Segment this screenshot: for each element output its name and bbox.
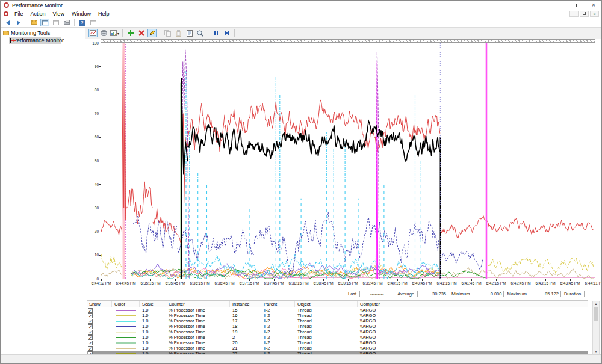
highlight-icon[interactable] — [147, 29, 157, 37]
legend-cell: 15 — [230, 307, 261, 313]
show-checkbox[interactable]: ✓ — [88, 330, 93, 335]
y-tick-label: 60 — [87, 135, 99, 139]
legend-cell: Il-2 — [261, 340, 295, 345]
new-window-icon[interactable] — [51, 19, 60, 26]
x-tick-label: 6:39:15 PM — [338, 281, 358, 285]
change-graph-type-icon[interactable]: ▾ — [110, 29, 119, 37]
legend-cell: % Processor Time — [166, 313, 230, 318]
tree-item-monitoring-tools[interactable]: Monitoring Tools — [1, 29, 85, 37]
legend-row[interactable]: ✓1.0% Processor Time16Il-2Thread\\ARGO — [87, 313, 588, 318]
folder-icon — [3, 31, 9, 35]
x-tick-label: 6:41:15 PM — [436, 281, 456, 285]
x-tick-label: 6:44:45 PM — [116, 281, 135, 285]
menu-file[interactable]: File — [11, 11, 27, 17]
legend-column-object[interactable]: Object — [295, 301, 358, 307]
legend-row[interactable]: ✓1.0% Processor Time18Il-2Thread\\ARGO — [87, 324, 588, 329]
legend-column-color[interactable]: Color — [112, 301, 140, 307]
legend-row[interactable]: ✓1.0% Processor Time22Il-2Thread\\ARGO — [87, 351, 588, 354]
legend-column-parent[interactable]: Parent — [261, 301, 295, 307]
show-checkbox[interactable]: ✓ — [88, 335, 93, 340]
view-log-data-icon[interactable] — [99, 29, 108, 37]
legend-column-instance[interactable]: Instance — [230, 301, 261, 307]
legend-cell: 1.0 — [140, 340, 166, 345]
menu-window[interactable]: Window — [68, 11, 95, 17]
maximum-value: 85.122 — [530, 291, 561, 297]
legend-cell: Thread — [295, 307, 358, 313]
back-icon[interactable] — [3, 19, 12, 26]
properties-icon[interactable] — [185, 29, 194, 37]
x-tick-label: 6:40:45 PM — [412, 281, 432, 285]
legend-row[interactable]: ✓1.0% Processor Time2Il-2Thread\\ARGO — [87, 335, 588, 340]
legend-scrollbar[interactable]: ▲ ▼ — [592, 301, 600, 354]
legend-cell: 1.0 — [140, 351, 166, 354]
scroll-thumb[interactable] — [594, 307, 598, 321]
legend-cell: 1.0 — [140, 307, 166, 313]
forward-icon[interactable] — [14, 19, 23, 26]
legend-cell: 19 — [230, 329, 261, 335]
series-blue-instance-18 — [440, 251, 483, 269]
minimum-label: Minimum — [452, 291, 470, 297]
scroll-up-icon[interactable]: ▲ — [593, 301, 599, 307]
show-checkbox[interactable]: ✓ — [88, 324, 93, 329]
legend-cell: % Processor Time — [166, 335, 230, 340]
y-tick-mark — [99, 184, 101, 185]
child-restore-button[interactable] — [580, 11, 589, 17]
performance-graph — [101, 43, 595, 279]
up-folder-icon[interactable] — [29, 19, 39, 26]
freeze-display-icon[interactable] — [211, 29, 220, 37]
x-tick-label: 6:36:15 PM — [190, 281, 209, 285]
show-checkbox[interactable]: ✓ — [88, 351, 93, 355]
menu-action[interactable]: Action — [27, 11, 49, 17]
console-toolbar: ? — [1, 18, 601, 28]
minimize-button[interactable] — [554, 1, 570, 10]
legend-row[interactable]: ✓1.0% Processor Time17Il-2Thread\\ARGO — [87, 318, 588, 324]
legend-cell: Thread — [295, 329, 358, 335]
child-minimize-button[interactable] — [569, 11, 579, 17]
paste-counter-list-icon[interactable] — [174, 29, 183, 37]
show-checkbox[interactable]: ✓ — [88, 313, 93, 318]
copy-properties-icon[interactable] — [163, 29, 172, 37]
legend-cell: \\ARGO — [358, 345, 588, 351]
delete-counter-icon[interactable] — [137, 29, 146, 37]
legend-row[interactable]: ✓1.0% Processor Time15Il-2Thread\\ARGO — [87, 307, 588, 313]
view-current-activity-icon[interactable] — [88, 29, 98, 37]
legend-column-scale[interactable]: Scale — [140, 301, 166, 307]
legend-cell: 20 — [230, 340, 261, 345]
show-console-tree-icon[interactable] — [40, 19, 49, 26]
maximize-button[interactable] — [570, 1, 586, 10]
perfmon-app-icon — [4, 2, 9, 8]
y-tick-mark — [99, 90, 101, 90]
series-red-total — [153, 209, 181, 243]
add-counter-icon[interactable] — [126, 29, 135, 37]
color-swatch — [116, 310, 136, 311]
average-label: Average — [397, 291, 414, 297]
legend-row[interactable]: ✓1.0% Processor Time19Il-2Thread\\ARGO — [87, 329, 588, 335]
show-checkbox[interactable]: ✓ — [88, 341, 93, 345]
show-checkbox[interactable]: ✓ — [88, 346, 93, 351]
y-tick-mark — [99, 232, 101, 232]
menu-help[interactable]: Help — [95, 11, 113, 17]
legend-column-computer[interactable]: Computer — [358, 301, 588, 307]
console-window-icon[interactable] — [88, 19, 98, 26]
child-close-button[interactable]: × — [590, 11, 599, 17]
print-icon[interactable] — [62, 19, 71, 26]
legend-cell: % Processor Time — [166, 345, 230, 351]
menu-view[interactable]: View — [49, 11, 68, 17]
tree-item-performance-monitor[interactable]: Performance Monitor — [9, 37, 61, 44]
legend-cell: 1.0 — [140, 329, 166, 335]
update-data-icon[interactable] — [222, 29, 231, 37]
x-tick-label: 6:44:12 PM — [91, 281, 111, 285]
zoom-icon[interactable] — [196, 29, 205, 37]
legend-column-counter[interactable]: Counter — [166, 301, 230, 307]
series-blue-instance-18 — [178, 230, 253, 262]
show-checkbox[interactable]: ✓ — [88, 319, 93, 324]
window-title: Performance Monitor — [12, 2, 63, 8]
legend-row[interactable]: ✓1.0% Processor Time20Il-2Thread\\ARGO — [87, 340, 588, 345]
close-button[interactable]: × — [586, 1, 601, 10]
scroll-down-icon[interactable]: ▼ — [593, 349, 599, 354]
legend-row[interactable]: ✓1.0% Processor Time21Il-2Thread\\ARGO — [87, 345, 588, 351]
legend-cell: Il-2 — [261, 318, 295, 324]
help-icon[interactable]: ? — [78, 19, 87, 26]
show-checkbox[interactable]: ✓ — [88, 308, 93, 313]
legend-column-show[interactable]: Show — [87, 301, 112, 307]
